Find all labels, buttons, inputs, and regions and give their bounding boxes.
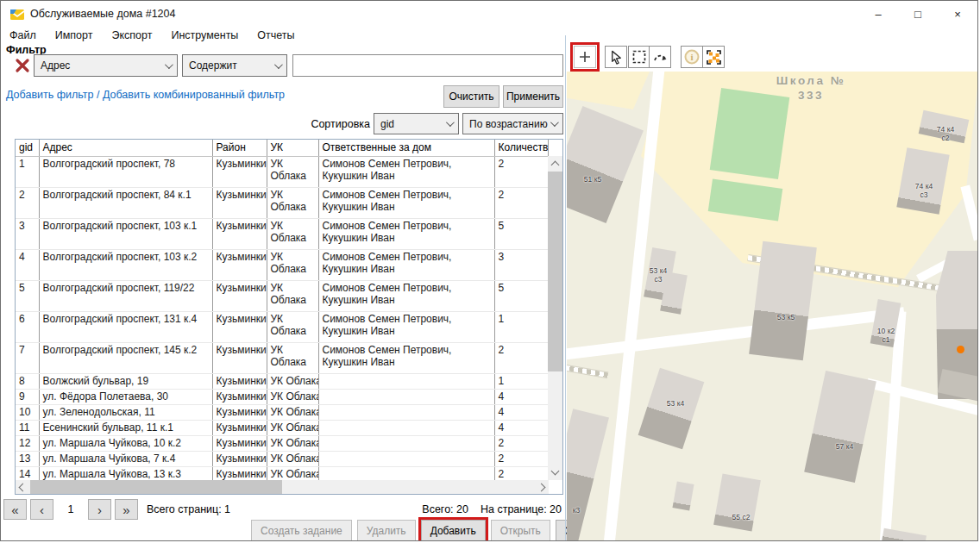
col-responsible[interactable]: Ответственные за дом [318, 140, 494, 156]
cell-address: Волгоградский проспект, 103 к.1 [39, 218, 212, 249]
cell-address: Волжский бульвар, 19 [39, 373, 212, 389]
table-row[interactable]: 7Волгоградский проспект, 145 к.2Кузьминк… [16, 342, 548, 373]
sort-field-dropdown[interactable]: gid [374, 113, 459, 134]
add-point-tool-button[interactable] [574, 46, 596, 68]
vertical-scroll-thumb[interactable] [548, 172, 562, 371]
horizontal-scroll-thumb[interactable] [30, 480, 282, 494]
table-row[interactable]: 5Волгоградский проспект, 119/22Кузьминки… [16, 280, 548, 311]
col-uk[interactable]: УК [267, 140, 318, 156]
chevron-down-icon [274, 60, 283, 69]
col-district[interactable]: Район [212, 140, 267, 156]
delete-button[interactable]: Удалить [357, 520, 416, 541]
filter-operator-dropdown[interactable]: Содержит [182, 54, 287, 77]
cell-uk: УК Облака [267, 420, 318, 435]
menu-file[interactable]: Файл [9, 27, 36, 44]
cell-address: ул. Фёдора Полетаева, 30 [39, 389, 212, 404]
last-page-button[interactable]: » [115, 499, 138, 520]
col-address[interactable]: Адрес [39, 140, 212, 156]
cell-uk: УК Облака [267, 311, 318, 342]
next-page-button[interactable]: › [88, 499, 111, 520]
select-rectangle-tool-button[interactable] [628, 46, 650, 68]
fit-features-tool-button[interactable] [702, 46, 725, 68]
cell-address: Волгоградский проспект, 119/22 [39, 280, 212, 311]
table-row[interactable]: 1Волгоградский проспект, 78КузьминкиУК О… [16, 156, 548, 187]
table-row[interactable]: 12ул. Маршала Чуйкова, 10 к.2КузьминкиУК… [16, 435, 548, 451]
first-page-button[interactable]: « [3, 499, 27, 520]
chevron-down-icon [446, 118, 455, 127]
filter-value-input[interactable] [292, 54, 563, 77]
cell-count: 2 [494, 156, 548, 187]
minimize-button[interactable]: – [858, 1, 898, 27]
cell-address: Волгоградский проспект, 145 к.2 [39, 342, 212, 373]
remove-filter-icon[interactable] [14, 57, 31, 74]
table-row[interactable]: 3Волгоградский проспект, 103 к.1Кузьминк… [16, 218, 548, 249]
table-row[interactable]: 6Волгоградский проспект, 131 к.4Кузьминк… [16, 311, 548, 342]
cell-uk: УК Облака [267, 373, 318, 389]
cell-district: Кузьминки [212, 249, 267, 280]
scroll-up-icon[interactable] [551, 161, 560, 170]
svg-text:i: i [690, 52, 693, 62]
menu-tools[interactable]: Инструменты [171, 27, 238, 44]
map-building [567, 409, 609, 541]
col-count[interactable]: Количество [494, 140, 548, 156]
cell-district: Кузьминки [212, 280, 267, 311]
cell-address: ул. Маршала Чуйкова, 7 к.4 [39, 451, 212, 466]
menu-export[interactable]: Экспорт [111, 27, 152, 44]
create-task-button[interactable]: Создать задание [251, 520, 352, 541]
table-row[interactable]: 8Волжский бульвар, 19КузьминкиУК Облака1 [16, 373, 548, 389]
sorting-label: Сортировка [294, 118, 370, 130]
chevron-down-icon [165, 60, 173, 69]
menu-import[interactable]: Импорт [55, 27, 93, 44]
title-bar[interactable]: Обслуживаемые дома #1204 – □ × [1, 1, 977, 27]
cell-district: Кузьминки [212, 187, 267, 218]
scroll-right-icon[interactable] [537, 484, 546, 492]
sort-direction-dropdown[interactable]: По возрастанию [462, 113, 563, 134]
map-panel: i Ш [567, 35, 978, 541]
apply-button[interactable]: Применить [503, 85, 563, 108]
map-canvas[interactable]: Школа № 333 51 к574 к4 с274 к4 с353 к4 с… [567, 72, 978, 541]
add-filter-link[interactable]: Добавить фильтр [6, 89, 94, 101]
map-building [638, 368, 705, 450]
select-lasso-tool-button[interactable] [649, 46, 671, 68]
table-row[interactable]: 4Волгоградский проспект, 103 к.2Кузьминк… [16, 249, 548, 280]
table-row[interactable]: 13ул. Маршала Чуйкова, 7 к.4КузьминкиУК … [16, 451, 548, 466]
info-tool-button[interactable]: i [681, 46, 703, 68]
add-combined-filter-link[interactable]: Добавить комбинированный фильтр [103, 89, 285, 101]
cell-gid: 10 [16, 404, 39, 420]
table-row[interactable]: 10ул. Зеленодольская, 11КузьминкиУК Обла… [16, 404, 548, 420]
cell-district: Кузьминки [212, 373, 267, 389]
vertical-scrollbar[interactable] [548, 156, 562, 480]
prev-page-button[interactable]: ‹ [30, 499, 53, 520]
filter-field-dropdown[interactable]: Адрес [34, 54, 178, 77]
cell-address: ул. Зеленодольская, 11 [39, 404, 212, 420]
close-window-button[interactable]: × [938, 1, 977, 27]
panel-splitter [565, 35, 566, 541]
cell-district: Кузьминки [212, 451, 267, 466]
cell-count: 2 [494, 342, 548, 373]
house-marker-dot[interactable] [957, 346, 964, 353]
table-row[interactable]: 9ул. Фёдора Полетаева, 30КузьминкиУК Обл… [16, 389, 548, 404]
maximize-button[interactable]: □ [898, 1, 938, 27]
cell-district: Кузьминки [212, 156, 267, 187]
select-cursor-tool-button[interactable] [605, 46, 627, 68]
clear-button[interactable]: Очистить [443, 85, 499, 108]
open-button[interactable]: Открыть [491, 520, 550, 541]
cell-responsible [318, 420, 494, 435]
menu-reports[interactable]: Отчеты [257, 27, 294, 44]
cell-gid: 7 [16, 342, 39, 373]
cell-count: 2 [494, 451, 548, 466]
col-gid[interactable]: gid [16, 140, 39, 156]
cell-responsible [318, 451, 494, 466]
cell-count: 3 [494, 249, 548, 280]
add-point-tool-highlight [570, 42, 600, 72]
total-pages-label: Всего страниц: 1 [147, 503, 230, 515]
table-row[interactable]: 2Волгоградский проспект, 84 к.1Кузьминки… [16, 187, 548, 218]
scroll-down-icon[interactable] [551, 467, 560, 476]
table-row[interactable]: 11Есенинский бульвар, 11 к.1КузьминкиУК … [16, 420, 548, 435]
cell-responsible: Симонов Семен Петрович, Кукушкин Иван [318, 218, 494, 249]
cell-count: 4 [494, 389, 548, 404]
scroll-left-icon[interactable] [19, 484, 28, 492]
add-button[interactable]: Добавить [421, 520, 486, 541]
cell-district: Кузьминки [212, 435, 267, 451]
horizontal-scrollbar[interactable] [16, 480, 549, 494]
